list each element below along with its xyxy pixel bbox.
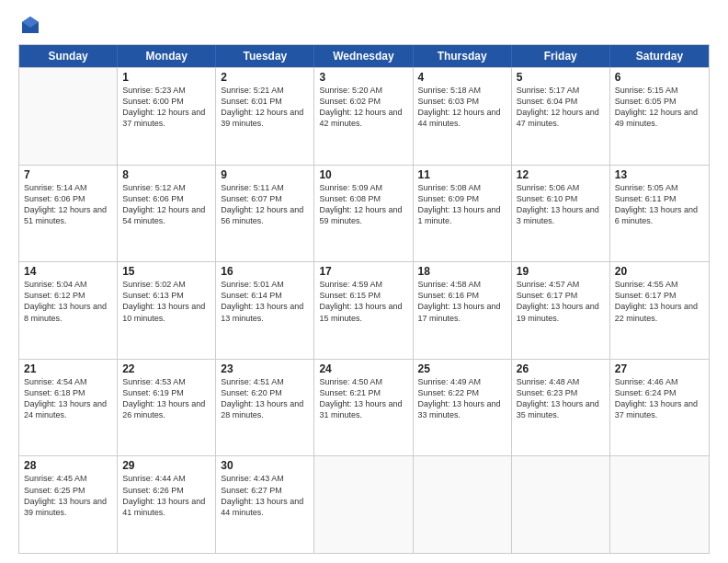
day-info: Sunrise: 5:20 AM Sunset: 6:02 PM Dayligh… — [319, 85, 407, 130]
day-info: Sunrise: 4:54 AM Sunset: 6:18 PM Dayligh… — [24, 376, 112, 421]
day-number: 8 — [122, 168, 210, 181]
logo — [18, 15, 40, 35]
calendar-empty-cell — [414, 456, 512, 553]
day-number: 5 — [517, 71, 605, 84]
calendar-body: 1Sunrise: 5:23 AM Sunset: 6:00 PM Daylig… — [19, 67, 709, 553]
calendar-header: SundayMondayTuesdayWednesdayThursdayFrid… — [19, 45, 709, 67]
day-info: Sunrise: 5:11 AM Sunset: 6:07 PM Dayligh… — [221, 182, 309, 227]
calendar-day-7: 7Sunrise: 5:14 AM Sunset: 6:06 PM Daylig… — [19, 166, 118, 262]
day-info: Sunrise: 5:12 AM Sunset: 6:06 PM Dayligh… — [122, 182, 210, 227]
calendar-row-1: 1Sunrise: 5:23 AM Sunset: 6:00 PM Daylig… — [19, 67, 709, 165]
weekday-header-wednesday: Wednesday — [314, 45, 413, 67]
day-number: 17 — [319, 265, 407, 278]
day-number: 18 — [418, 265, 506, 278]
calendar-day-17: 17Sunrise: 4:59 AM Sunset: 6:15 PM Dayli… — [314, 262, 413, 359]
calendar-day-27: 27Sunrise: 4:46 AM Sunset: 6:24 PM Dayli… — [610, 360, 709, 456]
calendar-empty-cell — [610, 456, 709, 553]
day-number: 19 — [517, 265, 605, 278]
weekday-header-friday: Friday — [512, 45, 610, 67]
day-info: Sunrise: 5:04 AM Sunset: 6:12 PM Dayligh… — [24, 279, 112, 324]
day-info: Sunrise: 4:55 AM Sunset: 6:17 PM Dayligh… — [615, 279, 704, 324]
calendar-empty-cell — [512, 456, 610, 553]
calendar-row-2: 7Sunrise: 5:14 AM Sunset: 6:06 PM Daylig… — [19, 165, 709, 262]
day-number: 1 — [122, 71, 210, 84]
weekday-header-saturday: Saturday — [610, 45, 709, 67]
calendar-day-25: 25Sunrise: 4:49 AM Sunset: 6:22 PM Dayli… — [414, 360, 512, 456]
day-info: Sunrise: 4:57 AM Sunset: 6:17 PM Dayligh… — [517, 279, 605, 324]
calendar-day-1: 1Sunrise: 5:23 AM Sunset: 6:00 PM Daylig… — [118, 68, 216, 165]
day-number: 15 — [122, 265, 210, 278]
calendar-day-11: 11Sunrise: 5:08 AM Sunset: 6:09 PM Dayli… — [414, 166, 512, 262]
day-number: 9 — [221, 168, 309, 181]
day-info: Sunrise: 5:17 AM Sunset: 6:04 PM Dayligh… — [517, 85, 605, 130]
calendar-day-26: 26Sunrise: 4:48 AM Sunset: 6:23 PM Dayli… — [512, 360, 610, 456]
calendar-day-15: 15Sunrise: 5:02 AM Sunset: 6:13 PM Dayli… — [118, 262, 216, 359]
day-info: Sunrise: 4:51 AM Sunset: 6:20 PM Dayligh… — [221, 376, 309, 421]
day-info: Sunrise: 4:59 AM Sunset: 6:15 PM Dayligh… — [319, 279, 407, 324]
day-number: 13 — [615, 168, 704, 181]
calendar-day-21: 21Sunrise: 4:54 AM Sunset: 6:18 PM Dayli… — [19, 360, 118, 456]
day-number: 12 — [517, 168, 605, 181]
calendar-empty-cell — [19, 68, 118, 165]
day-info: Sunrise: 4:49 AM Sunset: 6:22 PM Dayligh… — [418, 376, 506, 421]
day-number: 22 — [122, 362, 210, 375]
day-info: Sunrise: 5:14 AM Sunset: 6:06 PM Dayligh… — [24, 182, 112, 227]
day-info: Sunrise: 5:15 AM Sunset: 6:05 PM Dayligh… — [615, 85, 704, 130]
day-number: 27 — [615, 362, 704, 375]
day-number: 30 — [221, 459, 309, 472]
weekday-header-monday: Monday — [118, 45, 216, 67]
day-info: Sunrise: 5:21 AM Sunset: 6:01 PM Dayligh… — [221, 85, 309, 130]
calendar-day-10: 10Sunrise: 5:09 AM Sunset: 6:08 PM Dayli… — [314, 166, 413, 262]
calendar: SundayMondayTuesdayWednesdayThursdayFrid… — [18, 44, 710, 554]
calendar-day-22: 22Sunrise: 4:53 AM Sunset: 6:19 PM Dayli… — [118, 360, 216, 456]
calendar-day-6: 6Sunrise: 5:15 AM Sunset: 6:05 PM Daylig… — [610, 68, 709, 165]
day-info: Sunrise: 4:53 AM Sunset: 6:19 PM Dayligh… — [122, 376, 210, 421]
day-number: 6 — [615, 71, 704, 84]
day-number: 4 — [418, 71, 506, 84]
day-info: Sunrise: 5:01 AM Sunset: 6:14 PM Dayligh… — [221, 279, 309, 324]
calendar-row-3: 14Sunrise: 5:04 AM Sunset: 6:12 PM Dayli… — [19, 261, 709, 359]
day-number: 21 — [24, 362, 112, 375]
day-number: 7 — [24, 168, 112, 181]
weekday-header-thursday: Thursday — [414, 45, 512, 67]
day-number: 10 — [319, 168, 407, 181]
logo-icon — [20, 15, 40, 35]
day-number: 26 — [517, 362, 605, 375]
day-number: 25 — [418, 362, 506, 375]
day-info: Sunrise: 4:50 AM Sunset: 6:21 PM Dayligh… — [319, 376, 407, 421]
calendar-row-5: 28Sunrise: 4:45 AM Sunset: 6:25 PM Dayli… — [19, 455, 709, 553]
weekday-header-sunday: Sunday — [19, 45, 118, 67]
day-info: Sunrise: 5:02 AM Sunset: 6:13 PM Dayligh… — [122, 279, 210, 324]
calendar-day-9: 9Sunrise: 5:11 AM Sunset: 6:07 PM Daylig… — [216, 166, 314, 262]
day-info: Sunrise: 5:18 AM Sunset: 6:03 PM Dayligh… — [418, 85, 506, 130]
calendar-day-4: 4Sunrise: 5:18 AM Sunset: 6:03 PM Daylig… — [414, 68, 512, 165]
calendar-day-19: 19Sunrise: 4:57 AM Sunset: 6:17 PM Dayli… — [512, 262, 610, 359]
calendar-empty-cell — [314, 456, 413, 553]
calendar-day-23: 23Sunrise: 4:51 AM Sunset: 6:20 PM Dayli… — [216, 360, 314, 456]
calendar-row-4: 21Sunrise: 4:54 AM Sunset: 6:18 PM Dayli… — [19, 359, 709, 456]
day-number: 28 — [24, 459, 112, 472]
day-number: 2 — [221, 71, 309, 84]
weekday-header-tuesday: Tuesday — [216, 45, 314, 67]
calendar-day-20: 20Sunrise: 4:55 AM Sunset: 6:17 PM Dayli… — [610, 262, 709, 359]
calendar-day-8: 8Sunrise: 5:12 AM Sunset: 6:06 PM Daylig… — [118, 166, 216, 262]
day-number: 29 — [122, 459, 210, 472]
day-info: Sunrise: 5:05 AM Sunset: 6:11 PM Dayligh… — [615, 182, 704, 227]
day-info: Sunrise: 5:09 AM Sunset: 6:08 PM Dayligh… — [319, 182, 407, 227]
calendar-day-13: 13Sunrise: 5:05 AM Sunset: 6:11 PM Dayli… — [610, 166, 709, 262]
day-number: 14 — [24, 265, 112, 278]
calendar-day-12: 12Sunrise: 5:06 AM Sunset: 6:10 PM Dayli… — [512, 166, 610, 262]
day-info: Sunrise: 5:08 AM Sunset: 6:09 PM Dayligh… — [418, 182, 506, 227]
day-number: 24 — [319, 362, 407, 375]
day-number: 20 — [615, 265, 704, 278]
day-info: Sunrise: 4:44 AM Sunset: 6:26 PM Dayligh… — [122, 473, 210, 518]
day-number: 3 — [319, 71, 407, 84]
day-info: Sunrise: 4:58 AM Sunset: 6:16 PM Dayligh… — [418, 279, 506, 324]
day-info: Sunrise: 4:43 AM Sunset: 6:27 PM Dayligh… — [221, 473, 309, 518]
day-info: Sunrise: 4:48 AM Sunset: 6:23 PM Dayligh… — [517, 376, 605, 421]
calendar-day-14: 14Sunrise: 5:04 AM Sunset: 6:12 PM Dayli… — [19, 262, 118, 359]
day-info: Sunrise: 5:23 AM Sunset: 6:00 PM Dayligh… — [122, 85, 210, 130]
day-number: 11 — [418, 168, 506, 181]
day-info: Sunrise: 4:45 AM Sunset: 6:25 PM Dayligh… — [24, 473, 112, 518]
day-number: 23 — [221, 362, 309, 375]
